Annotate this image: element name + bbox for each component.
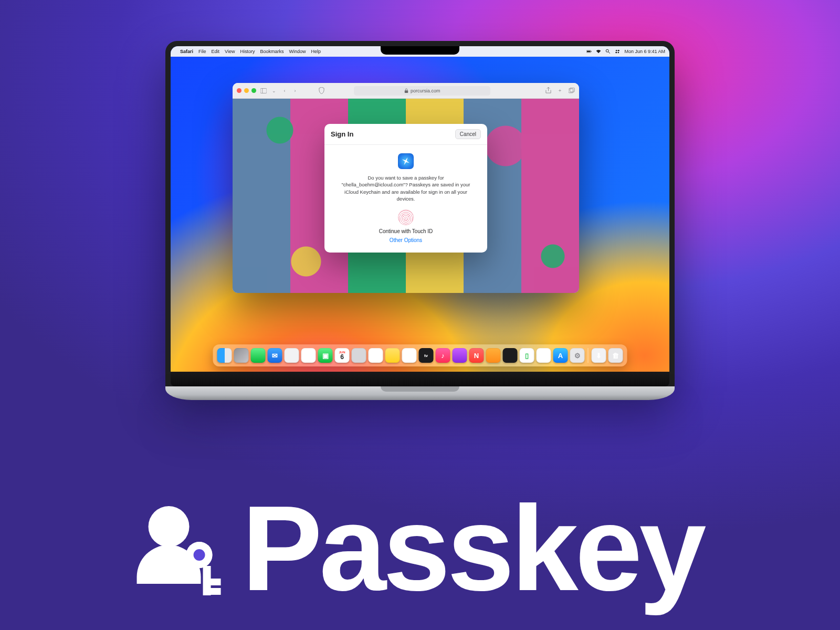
back-icon[interactable]: ‹ — [281, 88, 288, 94]
dock: ✉︎ ▣ JUN 6 tv ♪ N — [213, 344, 627, 366]
menubar-app-name[interactable]: Safari — [180, 49, 193, 54]
calendar-day-label: 6 — [340, 354, 344, 360]
dock-tv[interactable]: tv — [419, 348, 434, 363]
dock-mail[interactable]: ✉︎ — [268, 348, 282, 363]
svg-rect-13 — [570, 88, 575, 92]
control-center-icon[interactable] — [615, 49, 620, 54]
dock-launchpad[interactable] — [234, 348, 249, 363]
laptop-lid: Safari File Edit View History Bookmarks … — [165, 41, 675, 386]
continue-touchid-label: Continue with Touch ID — [335, 228, 477, 234]
dock-news[interactable]: N — [469, 348, 484, 363]
safari-toolbar: ⌄ ‹ › porcursia.com — [233, 83, 579, 99]
menu-bookmarks[interactable]: Bookmarks — [260, 49, 284, 54]
lock-icon — [404, 88, 408, 93]
privacy-report-icon[interactable] — [318, 88, 324, 94]
svg-rect-12 — [569, 89, 573, 93]
dock-maps[interactable] — [285, 348, 299, 363]
address-bar[interactable]: porcursia.com — [354, 86, 490, 96]
menu-history[interactable]: History — [240, 49, 255, 54]
dock-finder[interactable] — [217, 348, 232, 363]
hero-title: Passkey — [242, 488, 704, 609]
tabs-icon[interactable] — [569, 88, 575, 94]
svg-point-5 — [616, 50, 617, 51]
menubar-clock[interactable]: Mon Jun 6 9:41 AM — [624, 49, 665, 54]
wifi-icon[interactable] — [596, 49, 601, 54]
laptop-hinge — [171, 372, 669, 386]
dock-freeform[interactable] — [402, 348, 417, 363]
forward-icon[interactable]: › — [292, 88, 298, 94]
dock-trash[interactable]: 🗑︎ — [608, 348, 623, 363]
macbook: Safari File Edit View History Bookmarks … — [165, 41, 675, 400]
laptop-base — [165, 386, 675, 400]
chevron-down-icon[interactable]: ⌄ — [271, 88, 277, 94]
dock-notes[interactable] — [385, 348, 400, 363]
tv-label: tv — [424, 353, 428, 358]
dock-calendar[interactable]: JUN 6 — [335, 348, 350, 363]
menu-help[interactable]: Help — [311, 49, 321, 54]
safari-app-icon — [398, 153, 414, 169]
display-bezel: Safari File Edit View History Bookmarks … — [171, 46, 669, 372]
safari-page-content: Sign In Cancel Do you want to save a pas… — [233, 99, 579, 293]
dock-keynote[interactable] — [537, 348, 551, 363]
safari-window: ⌄ ‹ › porcursia.com — [233, 83, 579, 293]
dialog-body: Do you want to save a passkey for "chell… — [324, 145, 487, 253]
dock-books[interactable] — [486, 348, 501, 363]
laptop-lip-cutout — [381, 386, 459, 392]
svg-rect-1 — [587, 51, 591, 52]
passkey-dialog: Sign In Cancel Do you want to save a pas… — [324, 124, 487, 253]
menu-edit[interactable]: Edit — [212, 49, 220, 54]
menu-view[interactable]: View — [225, 49, 235, 54]
macos-desktop: Safari File Edit View History Bookmarks … — [171, 46, 669, 372]
display-notch — [381, 46, 459, 55]
dock-appstore[interactable]: A — [553, 348, 568, 363]
zoom-window-button[interactable] — [251, 88, 256, 93]
dock-messages[interactable] — [251, 348, 266, 363]
dock-stocks[interactable] — [503, 348, 518, 363]
cancel-button[interactable]: Cancel — [455, 129, 481, 139]
share-icon[interactable] — [545, 88, 552, 94]
sidebar-icon[interactable] — [260, 88, 267, 94]
hero-banner: Passkey — [137, 488, 704, 609]
dock-numbers[interactable]: ▯ — [520, 348, 534, 363]
dialog-title: Sign In — [331, 130, 353, 138]
dock-separator — [588, 348, 589, 363]
dock-photos[interactable] — [301, 348, 316, 363]
dock-contacts[interactable] — [352, 348, 366, 363]
other-options-link[interactable]: Other Options — [335, 237, 477, 245]
svg-rect-9 — [260, 88, 267, 93]
svg-line-4 — [608, 52, 610, 54]
dock-downloads[interactable]: ⬇︎ — [592, 348, 606, 363]
window-controls — [237, 88, 256, 93]
svg-point-3 — [606, 49, 609, 52]
dock-settings[interactable]: ⚙︎ — [570, 348, 585, 363]
address-text: porcursia.com — [411, 88, 440, 93]
svg-rect-6 — [618, 50, 620, 51]
dock-music[interactable]: ♪ — [436, 348, 450, 363]
dock-reminders[interactable] — [369, 348, 383, 363]
svg-rect-7 — [616, 52, 617, 54]
battery-icon[interactable] — [586, 49, 592, 54]
menu-window[interactable]: Window — [289, 49, 306, 54]
svg-point-8 — [618, 52, 620, 54]
svg-rect-2 — [591, 51, 592, 52]
close-window-button[interactable] — [237, 88, 242, 93]
spotlight-icon[interactable] — [605, 49, 611, 54]
new-tab-icon[interactable]: ＋ — [557, 88, 563, 94]
minimize-window-button[interactable] — [244, 88, 249, 93]
dock-facetime[interactable]: ▣ — [318, 348, 333, 363]
menu-file[interactable]: File — [198, 49, 206, 54]
dock-podcasts[interactable] — [453, 348, 467, 363]
touchid-icon[interactable] — [398, 209, 414, 225]
dialog-message: Do you want to save a passkey for "chell… — [335, 174, 477, 202]
passkey-icon — [137, 504, 226, 593]
svg-rect-11 — [405, 90, 408, 93]
dialog-header: Sign In Cancel — [324, 124, 487, 145]
